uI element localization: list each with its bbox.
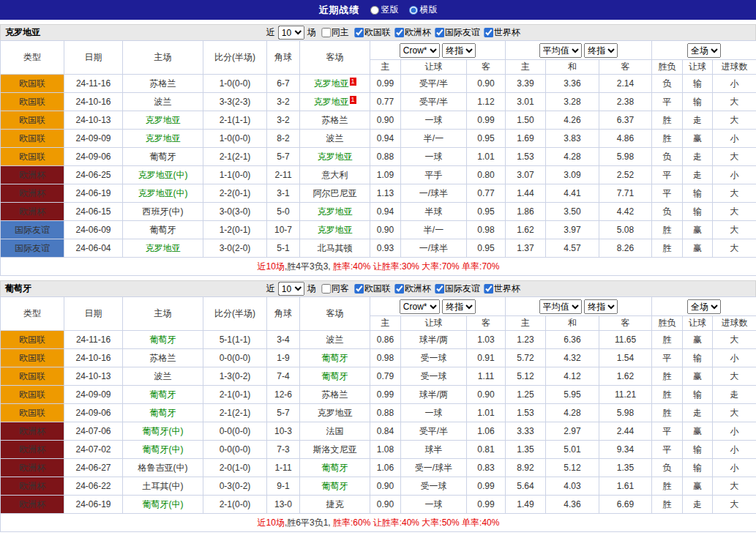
corner-score: 7-4	[267, 367, 300, 386]
team-name: 葡萄牙	[1, 283, 31, 295]
competition-checkbox[interactable]	[394, 284, 404, 294]
odds-away: 0.91	[467, 349, 506, 367]
same-filter-checkbox[interactable]	[321, 28, 331, 37]
layout-horizontal-radio[interactable]	[409, 6, 418, 15]
match-row: 欧洲杯24-06-27格鲁吉亚(中)2-0(1-0)1-11葡萄牙1.06受一/…	[1, 459, 756, 477]
corner-score: 5-1	[267, 239, 300, 258]
competition-checkbox[interactable]	[354, 28, 364, 37]
match-date: 24-11-16	[64, 75, 123, 93]
result-goals: 大	[713, 404, 756, 422]
full-match-select[interactable]: 全场	[687, 43, 721, 58]
avg-kind-select[interactable]: 终指	[584, 43, 618, 58]
competition-type: 欧洲杯	[1, 203, 64, 221]
competition-checkbox[interactable]	[484, 284, 493, 294]
competition-filter[interactable]: 欧洲杯	[394, 26, 431, 39]
competition-type: 欧国联	[1, 130, 64, 148]
match-count-select[interactable]: 10	[278, 26, 304, 40]
away-team: 苏格兰	[300, 111, 370, 130]
competition-type: 国际友谊	[1, 239, 64, 258]
competition-checkbox[interactable]	[484, 28, 493, 37]
away-team-name: 克罗地亚	[318, 408, 353, 418]
competition-filter[interactable]: 欧国联	[354, 26, 391, 39]
odds-away: 0.90	[467, 75, 506, 93]
match-row: 国际友谊24-06-04克罗地亚3-0(2-0)5-1北马其顿0.93一/球半0…	[1, 239, 756, 258]
match-row: 欧洲杯24-06-19克罗地亚(中)2-2(0-1)3-1阿尔巴尼亚1.13一/…	[1, 184, 756, 203]
competition-type: 欧国联	[1, 331, 64, 349]
avg-home-odds: 1.49	[506, 496, 546, 514]
layout-option[interactable]: 竖版	[370, 4, 399, 16]
competition-type: 欧国联	[1, 148, 64, 166]
result-goals: 大	[713, 331, 756, 349]
home-team: 葡萄牙	[123, 386, 203, 404]
same-filter[interactable]: 同客	[321, 283, 349, 295]
corner-score: 2-11	[267, 166, 300, 184]
match-score: 2-1(2-1)	[203, 404, 267, 422]
result-handicap: 走	[683, 166, 713, 184]
corner-score: 1-9	[267, 349, 300, 367]
odds-home: 0.88	[370, 404, 401, 422]
competition-filter[interactable]: 国际友谊	[435, 283, 480, 295]
match-date: 24-06-19	[64, 184, 123, 203]
result-outcome: 胜	[652, 111, 683, 130]
avg-away-odds: 6.69	[599, 496, 652, 514]
avg-home-odds: 1.53	[506, 148, 546, 166]
layout-vertical-radio[interactable]	[370, 6, 379, 15]
odds-home: 0.90	[370, 111, 401, 130]
match-count-select[interactable]: 10	[278, 282, 304, 296]
odds-source-select[interactable]: Crow*	[400, 299, 440, 314]
competition-filter[interactable]: 欧国联	[354, 283, 391, 295]
odds-kind-select[interactable]: 终指	[442, 43, 476, 58]
away-team: 葡萄牙	[300, 367, 370, 386]
avg-kind-select[interactable]: 终指	[584, 299, 618, 314]
subcol-avg-away: 客	[599, 316, 652, 331]
avg-source-select[interactable]: 平均值	[539, 299, 582, 314]
away-team: 阿尔巴尼亚	[300, 184, 370, 203]
away-team-name: 苏格兰	[322, 115, 348, 125]
avg-source-select[interactable]: 平均值	[539, 43, 582, 58]
competition-label: 欧国联	[364, 283, 391, 295]
result-outcome: 平	[652, 166, 683, 184]
layout-option[interactable]: 横版	[409, 4, 438, 16]
competition-filter[interactable]: 欧洲杯	[394, 283, 431, 295]
competition-checkbox[interactable]	[354, 284, 364, 294]
odds-kind-select[interactable]: 终指	[442, 299, 476, 314]
competition-filter[interactable]: 世界杯	[484, 283, 520, 295]
odds-away: 0.99	[467, 111, 506, 130]
result-outcome: 负	[652, 75, 683, 93]
summary-text: 近10场	[258, 261, 285, 272]
subcol-handicap: 让球	[401, 60, 467, 75]
results-table: 类型 日期 主场 比分(半场) 角球 客场 Crow* 终指	[0, 296, 756, 532]
avg-draw-odds: 4.32	[546, 349, 599, 367]
same-filter-checkbox[interactable]	[321, 284, 331, 294]
corner-score: 5-7	[267, 404, 300, 422]
home-team-name: 苏格兰	[150, 353, 176, 363]
away-team-name: 波兰	[326, 133, 344, 143]
competition-filter[interactable]: 世界杯	[484, 26, 520, 39]
same-filter[interactable]: 同主	[321, 26, 349, 39]
competition-filter[interactable]: 国际友谊	[435, 26, 480, 39]
match-score: 3-3(2-3)	[203, 93, 267, 111]
games-label: 场	[307, 26, 316, 39]
away-team-name: 捷克	[326, 499, 344, 509]
match-score: 3-0(2-0)	[203, 239, 267, 258]
competition-checkbox[interactable]	[435, 284, 444, 294]
competition-checkbox[interactable]	[435, 28, 444, 37]
result-group: 全场	[652, 297, 756, 316]
home-team: 克罗地亚(中)	[123, 166, 203, 184]
avg-home-odds: 1.86	[506, 203, 546, 221]
summary-text: ,胜6平3负1,	[285, 518, 333, 528]
home-team-name: 葡萄牙	[150, 152, 176, 162]
home-team-name: 土耳其(中)	[143, 481, 184, 491]
odds-home: 0.90	[370, 221, 401, 239]
competition-filters: 欧国联欧洲杯国际友谊世界杯	[351, 26, 520, 40]
competition-checkbox[interactable]	[394, 28, 404, 37]
section-header: 葡萄牙 近 10 场 同客 欧国联欧洲杯国际友谊世界杯	[0, 280, 756, 296]
odds-source-select[interactable]: Crow*	[400, 43, 440, 58]
result-handicap: 走	[683, 496, 713, 514]
avg-away-odds: 5.98	[599, 404, 652, 422]
red-card-badge: 1	[350, 78, 356, 86]
odds-away: 0.99	[467, 477, 506, 496]
match-date: 24-07-06	[64, 422, 123, 441]
full-match-select[interactable]: 全场	[687, 299, 721, 314]
avg-away-odds: 6.37	[599, 111, 652, 130]
